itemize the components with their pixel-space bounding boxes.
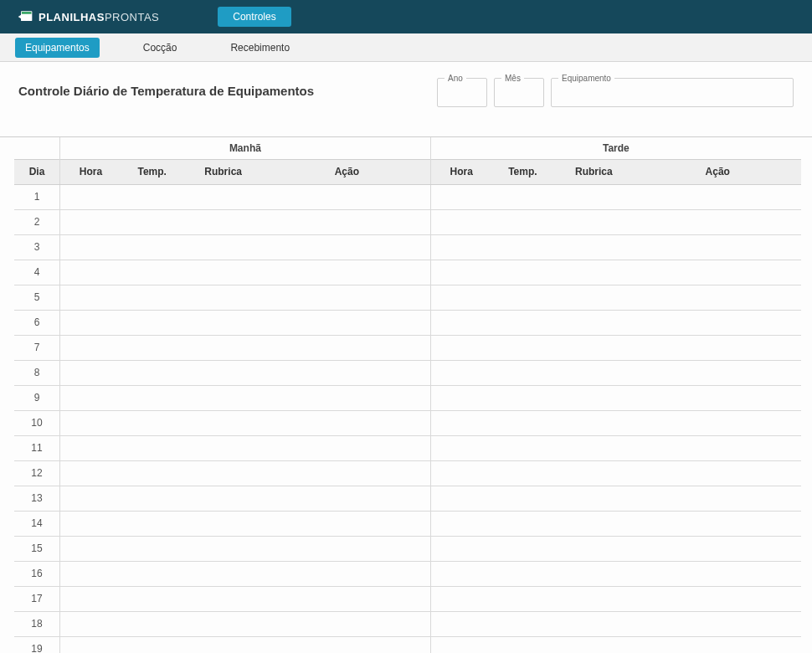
cell-rubrica-t[interactable] xyxy=(553,486,635,511)
cell-hora-m[interactable] xyxy=(60,586,121,611)
cell-dia[interactable]: 5 xyxy=(14,285,60,310)
cell-acao-t[interactable] xyxy=(635,486,801,511)
cell-dia[interactable]: 14 xyxy=(14,511,60,536)
cell-temp-m[interactable] xyxy=(121,184,182,209)
cell-temp-t[interactable] xyxy=(492,209,553,234)
cell-dia[interactable]: 8 xyxy=(14,360,60,385)
cell-acao-t[interactable] xyxy=(635,234,801,260)
cell-temp-m[interactable] xyxy=(121,209,182,234)
cell-rubrica-m[interactable] xyxy=(182,310,264,335)
cell-temp-m[interactable] xyxy=(121,561,182,586)
cell-temp-t[interactable] xyxy=(492,561,553,586)
cell-temp-m[interactable] xyxy=(121,460,182,486)
cell-acao-t[interactable] xyxy=(635,184,801,209)
tab-equipamentos[interactable]: Equipamentos xyxy=(15,38,100,58)
cell-acao-t[interactable] xyxy=(635,385,801,410)
cell-hora-t[interactable] xyxy=(430,234,491,260)
cell-acao-t[interactable] xyxy=(635,435,801,460)
cell-hora-m[interactable] xyxy=(60,209,121,234)
cell-hora-t[interactable] xyxy=(430,260,491,285)
cell-rubrica-t[interactable] xyxy=(553,511,635,536)
cell-temp-t[interactable] xyxy=(492,460,553,486)
cell-temp-m[interactable] xyxy=(121,586,182,611)
cell-temp-t[interactable] xyxy=(492,511,553,536)
cell-rubrica-m[interactable] xyxy=(182,410,264,435)
cell-hora-m[interactable] xyxy=(60,511,121,536)
cell-dia[interactable]: 10 xyxy=(14,410,60,435)
cell-temp-t[interactable] xyxy=(492,385,553,410)
cell-hora-m[interactable] xyxy=(60,385,121,410)
cell-acao-t[interactable] xyxy=(635,209,801,234)
cell-temp-t[interactable] xyxy=(492,611,553,636)
cell-temp-m[interactable] xyxy=(121,636,182,653)
cell-rubrica-m[interactable] xyxy=(182,209,264,234)
cell-acao-m[interactable] xyxy=(264,285,430,310)
cell-rubrica-m[interactable] xyxy=(182,586,264,611)
cell-dia[interactable]: 16 xyxy=(14,561,60,586)
cell-acao-m[interactable] xyxy=(264,410,430,435)
cell-acao-m[interactable] xyxy=(264,385,430,410)
cell-acao-m[interactable] xyxy=(264,360,430,385)
cell-acao-t[interactable] xyxy=(635,360,801,385)
cell-rubrica-m[interactable] xyxy=(182,335,264,360)
cell-rubrica-m[interactable] xyxy=(182,260,264,285)
cell-hora-t[interactable] xyxy=(430,335,491,360)
cell-hora-m[interactable] xyxy=(60,184,121,209)
cell-dia[interactable]: 2 xyxy=(14,209,60,234)
cell-acao-t[interactable] xyxy=(635,260,801,285)
cell-hora-t[interactable] xyxy=(430,636,491,653)
cell-rubrica-t[interactable] xyxy=(553,435,635,460)
cell-temp-t[interactable] xyxy=(492,435,553,460)
cell-acao-t[interactable] xyxy=(635,335,801,360)
cell-dia[interactable]: 17 xyxy=(14,586,60,611)
cell-temp-m[interactable] xyxy=(121,410,182,435)
cell-temp-t[interactable] xyxy=(492,486,553,511)
cell-hora-t[interactable] xyxy=(430,586,491,611)
cell-acao-m[interactable] xyxy=(264,586,430,611)
cell-acao-m[interactable] xyxy=(264,561,430,586)
cell-temp-t[interactable] xyxy=(492,184,553,209)
cell-dia[interactable]: 19 xyxy=(14,636,60,653)
cell-temp-m[interactable] xyxy=(121,511,182,536)
cell-rubrica-t[interactable] xyxy=(553,360,635,385)
cell-acao-m[interactable] xyxy=(264,636,430,653)
cell-temp-t[interactable] xyxy=(492,536,553,561)
cell-hora-t[interactable] xyxy=(430,360,491,385)
cell-rubrica-m[interactable] xyxy=(182,486,264,511)
cell-rubrica-m[interactable] xyxy=(182,460,264,486)
cell-rubrica-m[interactable] xyxy=(182,561,264,586)
cell-hora-m[interactable] xyxy=(60,410,121,435)
cell-hora-m[interactable] xyxy=(60,360,121,385)
cell-temp-m[interactable] xyxy=(121,285,182,310)
cell-temp-m[interactable] xyxy=(121,435,182,460)
filter-mes[interactable]: Mês xyxy=(494,74,544,107)
cell-temp-m[interactable] xyxy=(121,611,182,636)
cell-hora-t[interactable] xyxy=(430,209,491,234)
cell-temp-t[interactable] xyxy=(492,586,553,611)
cell-acao-t[interactable] xyxy=(635,611,801,636)
cell-hora-t[interactable] xyxy=(430,511,491,536)
cell-dia[interactable]: 18 xyxy=(14,611,60,636)
cell-hora-m[interactable] xyxy=(60,310,121,335)
cell-hora-t[interactable] xyxy=(430,184,491,209)
cell-temp-t[interactable] xyxy=(492,636,553,653)
cell-dia[interactable]: 15 xyxy=(14,536,60,561)
cell-hora-m[interactable] xyxy=(60,435,121,460)
cell-rubrica-m[interactable] xyxy=(182,360,264,385)
cell-rubrica-t[interactable] xyxy=(553,636,635,653)
cell-rubrica-t[interactable] xyxy=(553,209,635,234)
cell-rubrica-m[interactable] xyxy=(182,234,264,260)
cell-acao-m[interactable] xyxy=(264,335,430,360)
cell-dia[interactable]: 4 xyxy=(14,260,60,285)
filter-equipamento[interactable]: Equipamento xyxy=(551,74,794,107)
cell-acao-m[interactable] xyxy=(264,460,430,486)
cell-hora-t[interactable] xyxy=(430,410,491,435)
cell-rubrica-t[interactable] xyxy=(553,586,635,611)
cell-rubrica-t[interactable] xyxy=(553,611,635,636)
cell-hora-m[interactable] xyxy=(60,260,121,285)
cell-hora-t[interactable] xyxy=(430,611,491,636)
cell-temp-t[interactable] xyxy=(492,360,553,385)
cell-rubrica-m[interactable] xyxy=(182,536,264,561)
cell-hora-t[interactable] xyxy=(430,385,491,410)
cell-hora-m[interactable] xyxy=(60,486,121,511)
